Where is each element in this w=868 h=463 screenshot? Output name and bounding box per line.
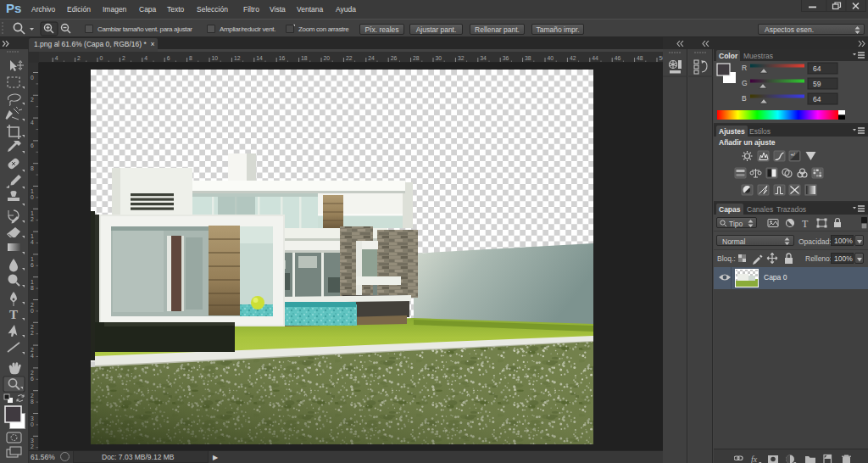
svg-text:8: 8 [31, 399, 34, 404]
svg-text:8: 8 [189, 55, 192, 61]
svg-text:2: 2 [77, 55, 81, 61]
svg-text:0: 0 [31, 421, 34, 427]
svg-text:2: 2 [31, 216, 34, 222]
svg-text:4: 4 [31, 120, 34, 126]
svg-text:0: 0 [31, 308, 34, 314]
svg-text:2: 2 [31, 370, 34, 376]
svg-text:2: 2 [31, 393, 34, 399]
svg-text:T: T [9, 308, 18, 321]
svg-text:36: 36 [503, 55, 509, 61]
svg-text:2: 2 [31, 97, 34, 103]
svg-text:42: 42 [570, 55, 576, 61]
svg-text:1: 1 [31, 233, 34, 239]
svg-text:6: 6 [167, 55, 170, 61]
svg-text:10: 10 [212, 55, 219, 61]
svg-text:32: 32 [458, 55, 465, 61]
svg-text:24: 24 [368, 55, 375, 61]
svg-text:4: 4 [55, 55, 58, 61]
svg-text:14: 14 [256, 55, 263, 61]
svg-text:22: 22 [346, 55, 353, 61]
svg-text:12: 12 [234, 55, 241, 61]
svg-text:0: 0 [100, 55, 103, 61]
svg-text:4: 4 [31, 353, 34, 359]
svg-text:2: 2 [122, 55, 125, 61]
svg-text:fx: fx [751, 455, 758, 463]
svg-text:20: 20 [324, 55, 331, 61]
svg-text:48: 48 [637, 55, 643, 61]
svg-text:46: 46 [615, 55, 621, 61]
svg-text:6: 6 [31, 376, 34, 382]
svg-text:1: 1 [31, 279, 34, 285]
svg-text:1: 1 [31, 188, 34, 194]
svg-text:2: 2 [31, 347, 34, 353]
svg-text:64: 64 [813, 64, 821, 73]
svg-text:T: T [802, 218, 809, 230]
svg-text:44: 44 [592, 55, 598, 61]
svg-text:G: G [742, 79, 748, 87]
svg-text:0: 0 [31, 194, 34, 200]
svg-text:2: 2 [31, 443, 34, 449]
svg-text:6: 6 [31, 262, 34, 268]
svg-text:2: 2 [31, 324, 34, 330]
svg-text:6: 6 [31, 142, 34, 148]
svg-text:38: 38 [525, 55, 531, 61]
svg-text:34: 34 [480, 55, 487, 61]
svg-text:64: 64 [813, 95, 821, 103]
svg-text:3: 3 [31, 416, 34, 421]
svg-text:4: 4 [31, 239, 34, 245]
svg-text:B: B [742, 94, 747, 103]
svg-text:30: 30 [436, 55, 442, 61]
svg-text:18: 18 [301, 55, 308, 61]
svg-text:+/: +/ [791, 152, 796, 157]
svg-text:59: 59 [813, 80, 821, 88]
svg-text:2: 2 [31, 302, 34, 308]
svg-text:2: 2 [31, 330, 34, 336]
svg-text:28: 28 [413, 55, 420, 61]
svg-text:8: 8 [31, 285, 34, 291]
svg-text:8: 8 [31, 165, 34, 171]
svg-text:3: 3 [31, 438, 34, 443]
svg-text:4: 4 [144, 55, 147, 61]
svg-text:26: 26 [391, 55, 398, 61]
svg-text:1: 1 [31, 256, 34, 262]
svg-text:40: 40 [548, 55, 554, 61]
svg-text:R: R [742, 64, 747, 72]
svg-text:1: 1 [31, 210, 34, 216]
svg-text:0: 0 [31, 75, 34, 81]
svg-text:16: 16 [279, 55, 286, 61]
